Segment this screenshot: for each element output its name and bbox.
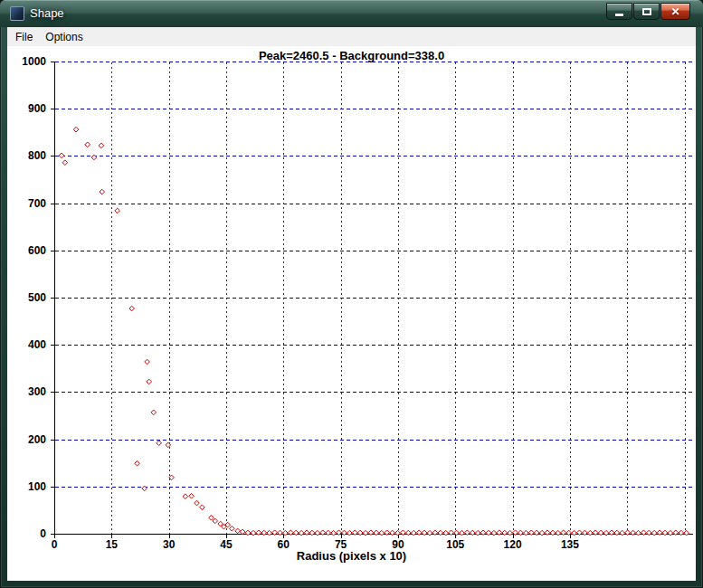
svg-text:500: 500	[28, 291, 46, 304]
svg-text:800: 800	[28, 149, 46, 162]
title-bar[interactable]: Shape ✕	[0, 0, 703, 27]
gridlines	[55, 62, 693, 535]
maximize-icon	[642, 8, 651, 15]
svg-text:700: 700	[28, 197, 46, 210]
svg-text:300: 300	[28, 385, 46, 398]
caption-buttons: ✕	[605, 0, 690, 20]
axes	[51, 62, 693, 538]
shape-plot: 0100200300400500600700800900100001530456…	[7, 46, 696, 581]
svg-text:1000: 1000	[22, 55, 46, 68]
minimize-icon	[615, 14, 623, 16]
svg-text:200: 200	[28, 433, 46, 446]
menu-item-options[interactable]: Options	[39, 29, 89, 45]
menu-bar: File Options	[7, 27, 696, 46]
svg-text:600: 600	[28, 244, 46, 257]
tick-labels: 0100200300400500600700800900100001530456…	[22, 55, 579, 551]
close-button[interactable]: ✕	[660, 3, 690, 20]
window-title: Shape	[30, 0, 64, 26]
x-axis-title: Radius (pixels x 10)	[7, 549, 696, 563]
data-points	[59, 127, 689, 536]
svg-text:100: 100	[28, 480, 46, 493]
maximize-button[interactable]	[633, 3, 660, 20]
shape-window: Shape ✕ File Options Peak=2460.5 - Backg…	[0, 0, 703, 588]
chart-area: Peak=2460.5 - Background=338.0 010020030…	[7, 46, 696, 581]
svg-text:0: 0	[40, 527, 46, 540]
close-icon: ✕	[670, 6, 679, 17]
menu-item-file[interactable]: File	[9, 29, 39, 45]
app-icon[interactable]	[10, 6, 24, 21]
svg-text:400: 400	[28, 338, 46, 351]
svg-text:900: 900	[28, 102, 46, 115]
minimize-button[interactable]	[606, 3, 632, 20]
